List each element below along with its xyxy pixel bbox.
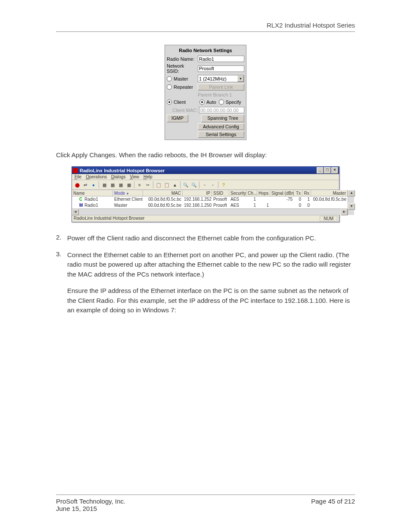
cell-signal: -75 [270,196,294,202]
toolbar-icon[interactable]: ▫ [201,181,209,189]
auto-label: Auto [206,100,216,105]
chevron-down-icon[interactable]: ▼ [237,75,244,82]
ssid-label: Network SSID: [167,63,198,74]
step-number: 2. [56,233,67,243]
step-text: Ensure the IP address of the Ethernet in… [67,286,355,315]
col-signal[interactable]: Signal (dBm) [270,190,294,196]
toolbar: ⬤ ⇄ ● ▦ ▦ ▦ ▦ ≡ ✂ 📋 📋 ▲ 🔍 🔍 ▫ ▫ ? [72,180,339,190]
close-icon[interactable]: × [331,167,338,174]
cell-hops [257,196,270,202]
statusbar-num: NUM [320,216,337,221]
maximize-icon[interactable]: □ [324,167,331,174]
channel-select[interactable]: 1 (2412MHz) ▼ [198,75,244,82]
cell-security: AES [229,202,246,208]
toolbar-icon[interactable]: ⬤ [73,181,81,189]
step-number: 3. [56,250,67,280]
cell-mode: Ethernet Client [113,196,143,202]
menu-help[interactable]: Help [143,174,153,179]
col-master[interactable]: Master [311,190,348,196]
radio-name-input[interactable]: Radio1 [198,56,244,62]
toolbar-icon[interactable]: ▲ [171,181,179,189]
toolbar-icon[interactable]: ▦ [109,181,116,189]
col-ssid[interactable]: SSID [212,190,229,196]
zoom-in-icon[interactable]: 🔍 [182,181,190,189]
cell-ip: 192.168.1.250 [183,202,212,208]
col-hops[interactable]: Hops [257,190,270,196]
vertical-scrollbar[interactable]: ▲ ▼ [348,190,354,215]
menu-operations[interactable]: Operations [86,174,107,179]
toolbar-icon[interactable]: ● [90,181,97,189]
col-security[interactable]: Security [229,190,246,196]
igmp-button[interactable]: IGMP [167,115,188,122]
cell-ch: 1 [246,196,257,202]
scroll-down-icon[interactable]: ▼ [348,203,355,210]
toolbar-icon[interactable]: 📋 [155,181,162,189]
advanced-config-button[interactable]: Advanced Config [198,123,244,130]
toolbar-icon[interactable]: ▫ [209,181,217,189]
parent-link-button: Parent Link [198,84,244,90]
minimize-icon[interactable]: _ [317,167,324,174]
col-mode[interactable]: Mode ▼ [113,190,143,196]
repeater-radio[interactable] [167,84,172,90]
toolbar-icon[interactable]: ▦ [117,181,125,189]
cell-rx: 0 [302,202,311,208]
col-ip[interactable]: IP [183,190,212,196]
col-tx[interactable]: Tx [294,190,302,196]
toolbar-icon[interactable]: ▦ [100,181,108,189]
statusbar: RadioLinx Industrial Hotspot Browser NUM [72,215,339,222]
cell-master: 00.0d.8d.f0.5c.be [311,196,348,202]
app-icon [73,168,78,173]
cell-mac: 00.0d.8d.f0.5c.be [143,202,183,208]
client-radio[interactable] [167,100,172,105]
serial-settings-button[interactable]: Serial Settings [198,131,244,138]
master-radio[interactable] [167,76,172,81]
horizontal-scrollbar[interactable]: ◄ ► [72,208,348,215]
cell-ssid: Prosoft [212,196,229,202]
ih-browser-window: RadioLinx Industrial Hotspot Browser _ □… [72,166,339,222]
cell-ch: 1 [246,202,257,208]
cell-ip: 192.168.1.252 [183,196,212,202]
toolbar-icon[interactable]: 📋 [163,181,171,189]
table-row[interactable]: CRadio1 Ethernet Client 00.0d.8d.f0.5c.b… [72,196,348,202]
parent-branch-text: Parent Branch 1 [198,92,232,98]
table-row[interactable]: MRadio1 Master 00.0d.8d.f0.5c.be 192.168… [72,202,348,208]
toolbar-icon[interactable]: ✂ [144,181,152,189]
col-ch[interactable]: Ch... [246,190,257,196]
col-name[interactable]: Name [72,190,113,196]
spanning-tree-button[interactable]: Spanning Tree [201,115,244,122]
col-mac[interactable]: MAC [143,190,183,196]
cell-ssid: Prosoft [212,202,229,208]
menubar: File Operations Dialogs View Help [72,174,339,180]
menu-file[interactable]: File [75,174,81,179]
menu-view[interactable]: View [130,174,139,179]
cell-master [311,202,348,208]
auto-radio[interactable] [199,100,205,105]
specify-radio[interactable] [219,100,224,105]
toolbar-icon[interactable]: ▦ [125,181,133,189]
cell-tx: 0 [294,202,302,208]
menu-dialogs[interactable]: Dialogs [111,174,125,179]
settings-title: Radio Network Settings [167,48,244,53]
scroll-right-icon[interactable]: ► [341,209,348,215]
scroll-left-icon[interactable]: ◄ [72,209,79,215]
client-mac-label: Client MAC: [167,108,199,113]
specify-label: Specify [226,100,241,105]
toolbar-icon[interactable]: ⇄ [81,181,89,189]
zoom-out-icon[interactable]: 🔍 [190,181,198,189]
cell-signal [270,202,294,208]
toolbar-icon[interactable]: ≡ [136,181,143,189]
statusbar-text: RadioLinx Industrial Hotspot Browser [74,216,145,221]
grid-header: Name Mode ▼ MAC IP SSID Security Ch... H… [72,190,348,196]
cell-mode: Master [113,202,143,208]
repeater-label: Repeater [174,84,193,90]
master-label: Master [174,76,188,81]
help-icon[interactable]: ? [220,181,227,189]
scroll-up-icon[interactable]: ▲ [348,190,355,196]
radio-name-label: Radio Name: [167,56,198,62]
cell-name: Radio1 [84,197,98,202]
col-rx[interactable]: Rx [302,190,311,196]
cell-hops: 1 [257,202,270,208]
page-footer: ProSoft Technology, Inc. June 15, 2015 P… [56,495,355,512]
ssid-input[interactable]: Prosoft [198,65,244,72]
page-header: RLX2 Industrial Hotspot Series [56,22,355,32]
